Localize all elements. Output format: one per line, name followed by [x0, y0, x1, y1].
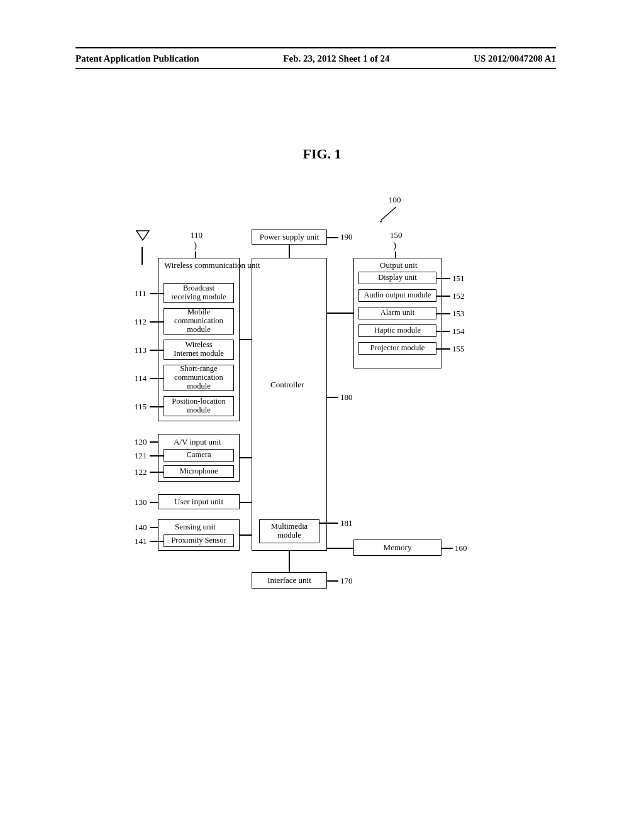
block-broadcast: Broadcast receiving module — [164, 283, 234, 303]
lead-152 — [436, 296, 450, 297]
ref-180: 180 — [340, 392, 353, 402]
block-proximity: Proximity Sensor — [164, 534, 234, 547]
label: Mobile communication module — [174, 308, 223, 334]
block-microphone: Microphone — [164, 465, 234, 478]
lead-155 — [436, 348, 450, 350]
label: Microphone — [179, 467, 218, 476]
block-user-input: User input unit — [158, 494, 240, 509]
lead-130 — [150, 502, 158, 503]
label: Display unit — [378, 274, 416, 282]
block-camera: Camera — [164, 449, 234, 462]
ref-150: 150 — [390, 230, 402, 240]
lead-115 — [150, 406, 164, 407]
conn-wcu-ctrl — [240, 339, 252, 340]
lead-120 — [150, 441, 158, 443]
header-left: Patent Application Publication — [75, 53, 199, 64]
lead-154 — [436, 331, 450, 332]
leader-100-swoosh — [377, 205, 402, 223]
curve-110: ) — [194, 240, 197, 251]
ref-170: 170 — [340, 576, 353, 586]
conn-userinput-ctrl — [240, 502, 252, 503]
lead-190 — [327, 237, 338, 238]
conn-mem-ctrl — [327, 548, 353, 549]
label-av: A/V input unit — [174, 437, 221, 447]
ref-120: 120 — [135, 437, 147, 447]
ref-154: 154 — [452, 326, 465, 336]
lead-121 — [150, 455, 164, 456]
block-display: Display unit — [358, 272, 436, 284]
conn-output-ctrl — [327, 313, 353, 314]
block-multimedia: Multimedia module — [259, 519, 319, 543]
block-haptic: Haptic module — [358, 324, 436, 337]
lead-140 — [150, 527, 158, 528]
lead-111 — [150, 293, 164, 294]
ref-140: 140 — [135, 523, 147, 533]
block-mobile-comm: Mobile communication module — [164, 308, 234, 335]
block-diagram: 100 Power supply unit 190 110 ) Wireless… — [75, 195, 535, 648]
label: Audio output module — [364, 291, 431, 300]
conn-sensing-ctrl — [240, 534, 252, 536]
label: Memory — [384, 543, 412, 553]
label-wcu: Wireless communication unit — [164, 260, 233, 270]
label: Power supply unit — [260, 233, 319, 242]
label-sensing: Sensing unit — [175, 522, 216, 532]
conn-av-ctrl — [240, 457, 252, 458]
ref-113: 113 — [135, 345, 147, 355]
label-output: Output unit — [380, 260, 418, 270]
ref-114: 114 — [135, 374, 147, 384]
lead-170 — [327, 580, 338, 582]
lead-112 — [150, 321, 164, 323]
header-rule-above — [75, 47, 556, 48]
label: Projector module — [370, 344, 425, 353]
block-memory: Memory — [353, 540, 441, 556]
antenna-icon — [136, 230, 150, 244]
label: Wireless Internet module — [174, 341, 224, 358]
lead-113 — [150, 350, 164, 351]
label: Haptic module — [374, 326, 421, 335]
ref-152: 152 — [452, 291, 465, 301]
label: User input unit — [174, 497, 223, 507]
ref-100: 100 — [389, 195, 401, 205]
page-header: Patent Application Publication Feb. 23, … — [75, 53, 556, 64]
header-right: US 2012/0047208 A1 — [474, 53, 556, 64]
label: Multimedia module — [271, 523, 308, 540]
block-short-range: Short-range communication module — [164, 365, 234, 391]
ref-155: 155 — [452, 344, 465, 354]
header-center: Feb. 23, 2012 Sheet 1 of 24 — [283, 53, 389, 64]
block-projector: Projector module — [358, 342, 436, 355]
block-wireless-internet: Wireless Internet module — [164, 340, 234, 360]
lead-122 — [150, 472, 164, 473]
ref-153: 153 — [452, 309, 465, 319]
label: Broadcast receiving module — [171, 284, 226, 302]
curve-150: ) — [393, 240, 396, 251]
figure-label: FIG. 1 — [303, 146, 341, 162]
ref-141: 141 — [135, 536, 147, 546]
ref-130: 130 — [135, 497, 147, 507]
ref-121: 121 — [135, 451, 147, 461]
conn-power-controller — [289, 245, 290, 258]
block-controller — [252, 258, 327, 551]
block-power-supply: Power supply unit — [252, 230, 327, 245]
label: Proximity Sensor — [171, 536, 226, 545]
label: Interface unit — [267, 576, 311, 585]
block-audio: Audio output module — [358, 289, 436, 302]
lead-160 — [441, 548, 453, 549]
conn-150-line — [395, 252, 396, 258]
ref-190: 190 — [340, 232, 353, 242]
ref-111: 111 — [135, 289, 147, 299]
ref-160: 160 — [455, 543, 467, 553]
lead-114 — [150, 378, 164, 379]
label-controller: Controller — [270, 380, 304, 390]
label: Short-range communication module — [174, 365, 223, 390]
lead-181 — [319, 523, 338, 524]
lead-180 — [327, 397, 338, 398]
lead-153 — [436, 313, 450, 314]
label: Camera — [187, 451, 211, 460]
header-rule — [75, 68, 556, 69]
label: Alarm unit — [380, 309, 415, 318]
ref-181: 181 — [340, 518, 353, 528]
block-position-location: Position-location module — [164, 396, 234, 416]
conn-interface-ctrl — [289, 551, 290, 572]
lead-141 — [150, 541, 164, 542]
lead-151 — [436, 278, 450, 279]
